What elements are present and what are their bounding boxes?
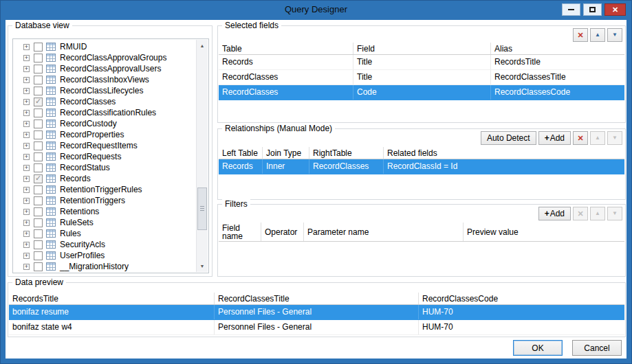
move-relationship-up-button[interactable]: ▲: [590, 131, 605, 145]
tree-item[interactable]: + Records: [14, 173, 196, 184]
tree-item[interactable]: + RecordClassLifecycles: [14, 85, 196, 96]
checkbox[interactable]: [34, 120, 43, 128]
column-header-operator[interactable]: Operator: [261, 223, 304, 241]
tree-item[interactable]: + RuleSets: [14, 217, 196, 228]
table-row[interactable]: RecordsInnerRecordClassesRecordClassId =…: [219, 159, 624, 174]
tree-item[interactable]: + RecordClassApprovalUsers: [14, 63, 196, 74]
tree-item[interactable]: + UserProfiles: [14, 250, 196, 261]
delete-field-button[interactable]: ✕: [573, 28, 588, 42]
column-header-preview-value[interactable]: Preview value: [464, 223, 624, 241]
tree-item[interactable]: + __MigrationHistory: [14, 261, 196, 272]
tree-item[interactable]: + RecordClassificationRules: [14, 107, 196, 118]
table-row[interactable]: RecordClassesTitleRecordClassesTitle: [219, 70, 624, 85]
tree-item[interactable]: + RecordClasses: [14, 96, 196, 107]
checkbox[interactable]: [34, 152, 43, 161]
checkbox[interactable]: [34, 87, 43, 95]
table-row[interactable]: bonifaz state w4Personnel Files - Genera…: [9, 320, 624, 335]
expand-icon[interactable]: +: [23, 176, 30, 182]
column-header-recordclasses-code[interactable]: RecordClassesCode: [419, 293, 624, 304]
checkbox[interactable]: [34, 109, 43, 117]
checkbox[interactable]: [34, 76, 43, 84]
column-header-field[interactable]: Field: [353, 43, 491, 54]
expand-icon[interactable]: +: [23, 121, 30, 127]
tree-item[interactable]: + Retentions: [14, 206, 196, 217]
checkbox[interactable]: [34, 130, 43, 139]
expand-icon[interactable]: +: [23, 209, 30, 215]
add-filter-button[interactable]: +Add: [538, 207, 571, 220]
column-header-right-table[interactable]: RightTable: [309, 147, 384, 159]
expand-icon[interactable]: +: [23, 99, 30, 105]
maximize-button[interactable]: [583, 3, 602, 16]
move-field-down-button[interactable]: ▼: [607, 28, 622, 42]
expand-icon[interactable]: +: [23, 220, 30, 226]
expand-icon[interactable]: +: [23, 154, 30, 160]
tree-item[interactable]: + RMUID: [14, 41, 196, 52]
tree-item[interactable]: + RecordStatus: [14, 162, 196, 173]
checkbox[interactable]: [34, 262, 43, 271]
close-button[interactable]: ✕: [604, 3, 626, 16]
expand-icon[interactable]: +: [23, 88, 30, 94]
expand-icon[interactable]: +: [23, 132, 30, 138]
checkbox[interactable]: [34, 240, 43, 249]
column-header-parameter-name[interactable]: Parameter name: [304, 223, 464, 241]
tree-item[interactable]: + RecordRequests: [14, 151, 196, 162]
column-header-alias[interactable]: Alias: [491, 43, 624, 54]
cancel-button[interactable]: Cancel: [572, 340, 622, 356]
delete-filter-button[interactable]: ✕: [573, 207, 588, 220]
checkbox[interactable]: [34, 98, 43, 106]
scroll-up-button[interactable]: ▲: [197, 40, 208, 52]
tree-item[interactable]: + SecurityAcls: [14, 239, 196, 250]
checkbox[interactable]: [34, 251, 43, 260]
minimize-button[interactable]: [562, 3, 580, 16]
expand-icon[interactable]: +: [23, 231, 30, 237]
expand-icon[interactable]: +: [23, 66, 30, 72]
move-relationship-down-button[interactable]: ▼: [607, 131, 622, 145]
checkbox[interactable]: [34, 185, 43, 194]
checkbox[interactable]: [34, 207, 43, 216]
column-header-related-fields[interactable]: Related fields: [384, 147, 624, 159]
tree-scrollbar[interactable]: ▲ ▼: [196, 40, 208, 272]
auto-detect-button[interactable]: Auto Detect: [481, 131, 536, 145]
column-header-table[interactable]: Table: [219, 43, 353, 54]
checkbox[interactable]: [34, 174, 43, 183]
tree-item[interactable]: + Rules: [14, 228, 196, 239]
scrollbar-thumb[interactable]: [197, 187, 207, 230]
column-header-recordclasses-title[interactable]: RecordClassesTitle: [215, 293, 419, 304]
expand-icon[interactable]: +: [23, 55, 30, 61]
expand-icon[interactable]: +: [23, 198, 30, 204]
expand-icon[interactable]: +: [23, 44, 30, 50]
tree-item[interactable]: + RecordRequestItems: [14, 140, 196, 151]
tree-item[interactable]: + RetentionTriggerRules: [14, 184, 196, 195]
ok-button[interactable]: OK: [513, 340, 563, 356]
expand-icon[interactable]: +: [23, 143, 30, 149]
expand-icon[interactable]: +: [23, 165, 30, 171]
table-row[interactable]: RecordClassesCodeRecordClassesCode: [219, 85, 624, 100]
move-filter-up-button[interactable]: ▲: [590, 207, 605, 220]
column-header-field-name[interactable]: Field name: [219, 223, 261, 241]
move-field-up-button[interactable]: ▲: [590, 28, 605, 42]
expand-icon[interactable]: +: [23, 110, 30, 116]
expand-icon[interactable]: +: [23, 187, 30, 193]
column-header-records-title[interactable]: RecordsTitle: [9, 293, 215, 304]
table-row[interactable]: RecordsTitleRecordsTitle: [219, 55, 624, 70]
checkbox[interactable]: [34, 163, 43, 172]
tree-item[interactable]: + RecordClassApprovalGroups: [14, 52, 196, 63]
checkbox[interactable]: [34, 43, 43, 52]
column-header-left-table[interactable]: Left Table: [219, 147, 263, 159]
checkbox[interactable]: [34, 218, 43, 227]
checkbox[interactable]: [34, 196, 43, 205]
tree-item[interactable]: + RecordCustody: [14, 118, 196, 129]
add-relationship-button[interactable]: +Add: [538, 131, 571, 145]
column-header-join-type[interactable]: Join Type: [263, 147, 309, 159]
expand-icon[interactable]: +: [23, 77, 30, 83]
delete-relationship-button[interactable]: ✕: [573, 131, 588, 145]
table-row[interactable]: bonifaz resumePersonnel Files - GeneralH…: [9, 305, 624, 320]
tree-item[interactable]: + RecordClassInboxViews: [14, 74, 196, 85]
checkbox[interactable]: [34, 229, 43, 238]
expand-icon[interactable]: +: [23, 242, 30, 248]
checkbox[interactable]: [34, 65, 43, 73]
move-filter-down-button[interactable]: ▼: [607, 207, 622, 220]
tree-item[interactable]: + RecordProperties: [14, 129, 196, 140]
checkbox[interactable]: [34, 54, 43, 62]
checkbox[interactable]: [34, 141, 43, 150]
